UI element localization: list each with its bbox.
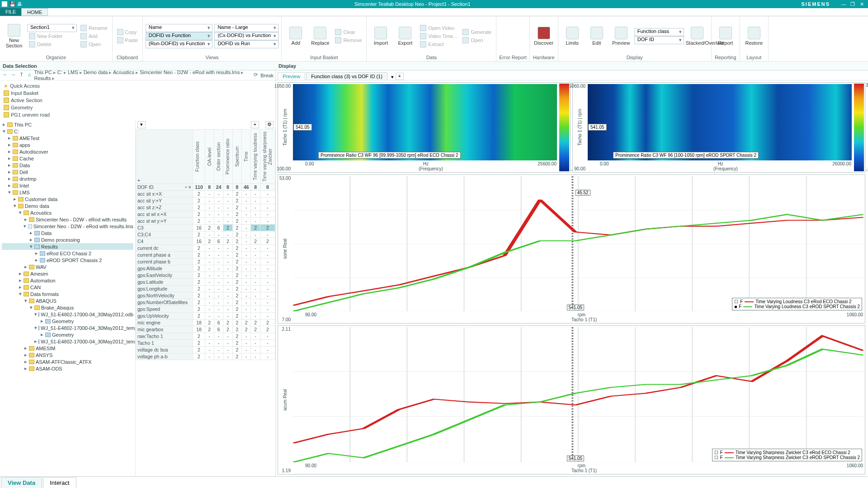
view-rundofid-func[interactable]: (Run-DOFID) vs Function — [146, 40, 213, 48]
breadcrumb-item[interactable]: C: — [57, 70, 62, 75]
view-cxdofid-func[interactable]: (Cx-DOFID) vs Function — [214, 32, 278, 40]
tree-node[interactable]: ▸eRod ECO Chassi 2 — [2, 250, 133, 257]
breadcrumb-item[interactable]: Acoustics — [113, 70, 134, 75]
section-combo[interactable]: Section1 — [27, 24, 77, 32]
discover-button[interactable]: Discover — [533, 27, 555, 46]
minimize-button[interactable]: — — [839, 1, 848, 7]
pivot-table[interactable]: +Function classOA-levelOrder sectionProm… — [136, 129, 275, 360]
basket-replace-button[interactable]: Replace — [309, 27, 331, 46]
video-time[interactable]: Video Time... — [418, 32, 459, 40]
edit-button[interactable]: Edit — [585, 27, 608, 46]
tree-node[interactable]: ▸Autodiscover — [2, 148, 133, 155]
tree-node[interactable]: ▾Demo data — [2, 202, 133, 209]
table-row[interactable]: mic gearbox182622222 — [136, 326, 275, 333]
tree-node[interactable]: ▸eROD SPORT Chassis 2 — [2, 257, 133, 263]
nav-up-icon[interactable]: ⤒ — [18, 72, 25, 79]
open-data[interactable]: Open — [461, 36, 493, 44]
delete-button[interactable]: Delete — [27, 40, 77, 48]
filter-button[interactable]: ▾ — [137, 121, 146, 128]
folder-tree[interactable]: ▸This PC▾C:▸AMETest▸apps▸Autodiscover▸Ca… — [0, 120, 136, 476]
menu-file[interactable]: FILE — [0, 8, 21, 16]
new-folder-button[interactable]: New Folder — [27, 32, 77, 40]
table-row[interactable]: gps:Longitude2---2--- — [136, 286, 275, 292]
paste-button[interactable]: Paste — [115, 36, 140, 44]
preview-button[interactable]: Preview — [610, 27, 632, 46]
settings-icon[interactable]: ⚙ — [265, 121, 274, 128]
limits-button[interactable]: Limits — [561, 27, 584, 46]
tab-dropdown-icon[interactable]: ▾ — [391, 74, 394, 80]
table-row[interactable]: mic engine182622222 — [136, 319, 275, 326]
table-row[interactable]: acc sit x:+X2---2--- — [136, 191, 275, 197]
tree-node[interactable]: ▸Data — [2, 230, 133, 236]
view-name[interactable]: Name — [146, 24, 213, 32]
tab-view-data[interactable]: View Data — [1, 477, 42, 488]
table-row[interactable]: C3;C42---2--- — [136, 231, 275, 238]
tree-node[interactable]: ▾WJ_51-E4802-17000-04_30May2012.odb — [2, 311, 133, 318]
open-video[interactable]: Open Video — [418, 24, 459, 32]
table-row[interactable]: gps:UpVelocity2---2--- — [136, 313, 275, 319]
plot-spectrogram-sport[interactable]: 1060.00 Tacho 1 (T1) | rpm 90.00 541.05 … — [572, 82, 865, 173]
table-row[interactable]: acc st wl x:+X2---2--- — [136, 211, 275, 218]
tree-node[interactable]: ▸ASAM-ATFClassic_ATFX — [2, 358, 133, 365]
stacked-button[interactable]: Stacked/Overlaid — [686, 27, 708, 46]
restore-button[interactable]: Restore — [743, 27, 765, 46]
tree-node[interactable]: ▸apps — [2, 141, 133, 148]
tab-interact[interactable]: Interact — [43, 477, 76, 488]
breadcrumb-item[interactable]: Demo data — [84, 70, 108, 75]
menu-home[interactable]: HOME — [21, 8, 48, 16]
tree-node[interactable]: ▸Amesim — [2, 270, 133, 277]
tree-node[interactable]: ▸Dell — [2, 169, 133, 175]
nav-home-icon[interactable]: ⌂ — [26, 72, 33, 79]
nav-back-icon[interactable]: ← — [2, 72, 9, 79]
table-row[interactable]: current phase b2---2--- — [136, 258, 275, 265]
tree-node[interactable]: ▸Geometry — [2, 331, 133, 338]
table-row[interactable]: acc st wl y:+Y2---2--- — [136, 218, 275, 225]
tree-node[interactable]: ▾Simcenter Neo - D2W - eRod with results… — [2, 223, 133, 230]
table-row[interactable]: voltage ph a-b2---2--- — [136, 353, 275, 360]
maximize-button[interactable]: ❐ — [848, 1, 857, 7]
dof-select[interactable]: DOF ID — [634, 36, 684, 44]
breadcrumb-item[interactable]: Simcenter Neo - D2W - eRod with results.… — [140, 70, 240, 75]
tree-node[interactable]: ▸Data — [2, 162, 133, 169]
close-button[interactable]: ✕ — [857, 1, 866, 7]
export-button[interactable]: Export — [394, 27, 416, 46]
table-row[interactable]: C4162622-22 — [136, 238, 275, 245]
tab-preview[interactable]: Preview — [278, 72, 305, 80]
tree-node[interactable]: ▾LMS — [2, 189, 133, 196]
breadcrumb-item[interactable]: This PC — [34, 70, 52, 75]
new-section-button[interactable]: New Section — [3, 24, 25, 48]
tree-node[interactable]: ▸Demo processing — [2, 236, 133, 243]
table-row[interactable]: raw:Tacho 12---2--- — [136, 333, 275, 340]
fc-select[interactable]: Function class — [634, 28, 684, 36]
quick-item[interactable]: Active Section — [4, 97, 272, 104]
copy-button[interactable]: Copy — [115, 28, 140, 36]
break-button[interactable]: Break — [260, 73, 274, 78]
breadcrumb-item[interactable]: Results — [34, 75, 51, 81]
tree-node[interactable]: ▸WAV — [2, 263, 133, 270]
tab-fc-vs-dof[interactable]: Function class (3) vs DOF ID (1) — [306, 72, 387, 80]
table-row[interactable]: gps:Altitude2---2--- — [136, 265, 275, 272]
tree-node[interactable]: ▸Simcenter Neo - D2W - eRod with results — [2, 216, 133, 223]
view-dofid-func[interactable]: DOFID vs Function — [146, 32, 213, 40]
rename-button[interactable]: Rename — [79, 24, 109, 32]
tree-node[interactable]: ▸ANSYS — [2, 352, 133, 358]
tree-node[interactable]: ▸WJ_51-E4802-17000-04_30May2012_temp.odb — [2, 338, 133, 345]
basket-clear[interactable]: Clear — [333, 28, 363, 36]
plot-loudness[interactable]: 53.00 sone Real 7.00 — [278, 174, 865, 324]
table-row[interactable]: acc sit y:+Y2---2--- — [136, 197, 275, 204]
quick-item[interactable]: Geometry — [4, 104, 272, 111]
table-row[interactable]: C3162622-22 — [136, 225, 275, 231]
table-row[interactable]: gps:Speed2---2--- — [136, 306, 275, 313]
quick-item[interactable]: ★Quick Access — [4, 82, 272, 89]
add-tab-button[interactable]: + — [396, 73, 404, 80]
quick-item[interactable]: Input Basket — [4, 89, 272, 97]
tree-node[interactable]: ▸Cache — [2, 155, 133, 162]
view-name-large[interactable]: Name - Large — [214, 24, 278, 32]
refresh-icon[interactable]: ⟳ — [252, 72, 259, 79]
tree-node[interactable]: ▸Automation — [2, 277, 133, 284]
tree-node[interactable]: ▸AMETest — [2, 135, 133, 141]
table-row[interactable]: gps:NorthVelocity2---2--- — [136, 292, 275, 299]
tree-node[interactable]: ▸drvrtmp — [2, 175, 133, 182]
table-row[interactable]: voltage dc bus2---2--- — [136, 347, 275, 353]
tree-node[interactable]: ▾C: — [2, 128, 133, 135]
